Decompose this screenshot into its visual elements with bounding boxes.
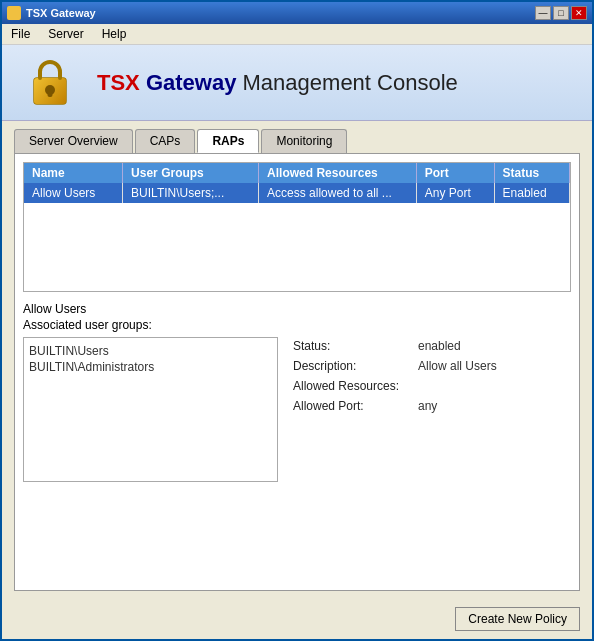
cell-port: Any Port xyxy=(416,183,494,203)
title-bar-controls: — □ ✕ xyxy=(535,6,587,20)
col-header-name: Name xyxy=(24,163,123,183)
user-group-item: BUILTIN\Users xyxy=(29,343,272,359)
header-banner: TSX Gateway Management Console xyxy=(2,45,592,121)
col-header-port: Port xyxy=(416,163,494,183)
col-header-user-groups: User Groups xyxy=(123,163,259,183)
menu-server[interactable]: Server xyxy=(44,26,87,42)
detail-body: BUILTIN\Users BUILTIN\Administrators Sta… xyxy=(23,337,571,482)
menu-help[interactable]: Help xyxy=(98,26,131,42)
detail-fields: Status: enabled Description: Allow all U… xyxy=(293,337,497,482)
banner-tsx: TSX xyxy=(97,70,140,95)
bottom-bar: Create New Policy xyxy=(2,599,592,639)
close-button[interactable]: ✕ xyxy=(571,6,587,20)
col-header-allowed-resources: Allowed Resources xyxy=(259,163,417,183)
minimize-button[interactable]: — xyxy=(535,6,551,20)
main-window: TSX Gateway — □ ✕ File Server Help xyxy=(0,0,594,641)
tab-raps[interactable]: RAPs xyxy=(197,129,259,153)
tab-caps[interactable]: CAPs xyxy=(135,129,196,153)
user-groups-box: BUILTIN\Users BUILTIN\Administrators xyxy=(23,337,278,482)
banner-title: TSX Gateway Management Console xyxy=(97,70,458,96)
create-new-policy-button[interactable]: Create New Policy xyxy=(455,607,580,631)
content-area: Server Overview CAPs RAPs Monitoring Nam… xyxy=(2,121,592,599)
menu-bar: File Server Help xyxy=(2,24,592,45)
label-allowed-resources: Allowed Resources: xyxy=(293,379,413,393)
lock-icon xyxy=(22,55,77,110)
label-allowed-port: Allowed Port: xyxy=(293,399,413,413)
svg-rect-3 xyxy=(47,90,52,97)
title-bar-left: TSX Gateway xyxy=(7,6,96,20)
tab-server-overview[interactable]: Server Overview xyxy=(14,129,133,153)
menu-file[interactable]: File xyxy=(7,26,34,42)
maximize-button[interactable]: □ xyxy=(553,6,569,20)
detail-section: Allow Users Associated user groups: BUIL… xyxy=(23,302,571,582)
label-status: Status: xyxy=(293,339,413,353)
tab-monitoring[interactable]: Monitoring xyxy=(261,129,347,153)
value-status: enabled xyxy=(418,339,461,353)
window-title: TSX Gateway xyxy=(26,7,96,19)
detail-row-allowed-resources: Allowed Resources: xyxy=(293,379,497,393)
table-row[interactable]: Allow Users BUILTIN\Users;... Access all… xyxy=(24,183,570,203)
cell-name: Allow Users xyxy=(24,183,123,203)
tabs: Server Overview CAPs RAPs Monitoring xyxy=(14,129,580,153)
cell-allowed-resources: Access allowed to all ... xyxy=(259,183,417,203)
value-description: Allow all Users xyxy=(418,359,497,373)
cell-user-groups: BUILTIN\Users;... xyxy=(123,183,259,203)
detail-subtitle: Associated user groups: xyxy=(23,318,571,332)
banner-rest: Management Console xyxy=(243,70,458,95)
value-allowed-port: any xyxy=(418,399,437,413)
cell-status: Enabled xyxy=(494,183,569,203)
label-description: Description: xyxy=(293,359,413,373)
detail-row-status: Status: enabled xyxy=(293,339,497,353)
title-bar: TSX Gateway — □ ✕ xyxy=(2,2,592,24)
policy-table-container: Name User Groups Allowed Resources Port … xyxy=(23,162,571,292)
tab-content: Name User Groups Allowed Resources Port … xyxy=(14,153,580,591)
table-header-row: Name User Groups Allowed Resources Port … xyxy=(24,163,570,183)
user-group-item: BUILTIN\Administrators xyxy=(29,359,272,375)
detail-row-description: Description: Allow all Users xyxy=(293,359,497,373)
app-icon xyxy=(7,6,21,20)
detail-title: Allow Users xyxy=(23,302,571,316)
detail-row-allowed-port: Allowed Port: any xyxy=(293,399,497,413)
col-header-status: Status xyxy=(494,163,569,183)
policy-table: Name User Groups Allowed Resources Port … xyxy=(24,163,570,203)
banner-gateway: Gateway xyxy=(146,70,237,95)
